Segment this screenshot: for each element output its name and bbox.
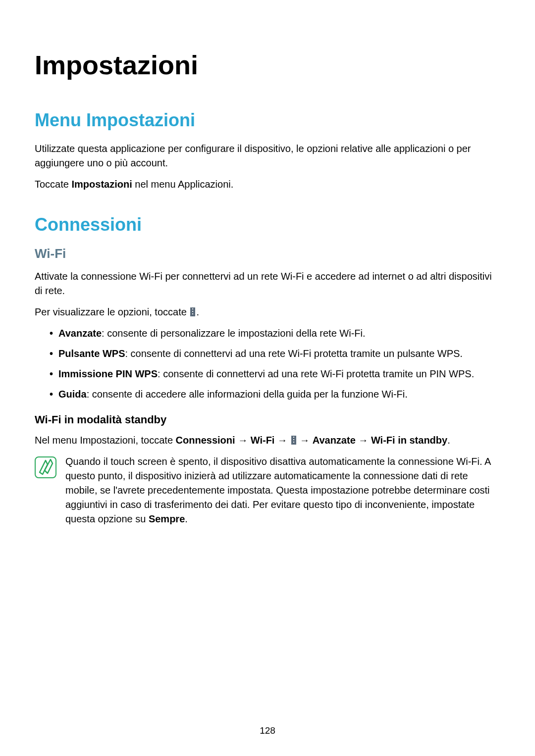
- wifi-paragraph-1: Attivate la connessione Wi-Fi per connet…: [35, 269, 500, 298]
- heading-connessioni: Connessioni: [35, 214, 500, 235]
- note-text: Quando il touch screen è spento, il disp…: [65, 454, 500, 526]
- text: Nel menu Impostazioni, toccate: [35, 435, 176, 446]
- heading-wifi: Wi-Fi: [35, 246, 500, 261]
- text-bold: Connessioni: [176, 435, 235, 446]
- menu-paragraph-2: Toccate Impostazioni nel menu Applicazio…: [35, 177, 500, 192]
- section-connessioni: Connessioni Wi-Fi Attivate la connession…: [35, 214, 500, 526]
- desc: : consente di connettervi ad una rete Wi…: [125, 348, 462, 359]
- page-number: 128: [0, 725, 535, 736]
- term: Guida: [58, 389, 87, 400]
- list-item: Immissione PIN WPS: consente di connette…: [50, 367, 500, 381]
- text: .: [447, 435, 450, 446]
- wifi-paragraph-2: Per visualizzare le opzioni, toccate .: [35, 305, 500, 319]
- menu-paragraph-1: Utilizzate questa applicazione per confi…: [35, 142, 500, 170]
- more-options-icon: [190, 307, 195, 316]
- desc: : consente di personalizzare le impostaz…: [102, 328, 365, 339]
- page-title: Impostazioni: [35, 50, 500, 80]
- desc: : consente di connettervi ad una rete Wi…: [158, 368, 474, 379]
- text: Per visualizzare le opzioni, toccate: [35, 306, 189, 317]
- heading-wifi-standby: Wi-Fi in modalità standby: [35, 413, 500, 426]
- text-bold: Avanzate: [313, 435, 356, 446]
- note-icon: [35, 456, 56, 478]
- list-item: Guida: consente di accedere alle informa…: [50, 387, 500, 402]
- text: .: [185, 513, 188, 524]
- text-bold: Wi-Fi: [251, 435, 275, 446]
- text: .: [196, 306, 199, 317]
- list-item: Pulsante WPS: consente di connettervi ad…: [50, 347, 500, 361]
- term: Immissione PIN WPS: [58, 368, 158, 379]
- term: Pulsante WPS: [58, 348, 125, 359]
- more-options-icon: [291, 436, 296, 445]
- text: nel menu Applicazioni.: [132, 179, 234, 190]
- text-bold: Sempre: [149, 513, 185, 524]
- heading-menu-impostazioni: Menu Impostazioni: [35, 110, 500, 131]
- wifi-options-list: Avanzate: consente di personalizzare le …: [35, 326, 500, 402]
- arrow: →: [297, 435, 313, 446]
- arrow: →: [356, 435, 371, 446]
- desc: : consente di accedere alle informazioni…: [87, 389, 408, 400]
- note-block: Quando il touch screen è spento, il disp…: [35, 454, 500, 526]
- list-item: Avanzate: consente di personalizzare le …: [50, 326, 500, 341]
- text: Quando il touch screen è spento, il disp…: [65, 456, 490, 524]
- text-bold: Impostazioni: [71, 179, 132, 190]
- wifi-standby-path: Nel menu Impostazioni, toccate Connessio…: [35, 433, 500, 448]
- arrow: →: [274, 435, 290, 446]
- text: Toccate: [35, 179, 71, 190]
- term: Avanzate: [58, 328, 102, 339]
- text-bold: Wi-Fi in standby: [371, 435, 447, 446]
- arrow: →: [235, 435, 251, 446]
- section-menu-impostazioni: Menu Impostazioni Utilizzate questa appl…: [35, 110, 500, 192]
